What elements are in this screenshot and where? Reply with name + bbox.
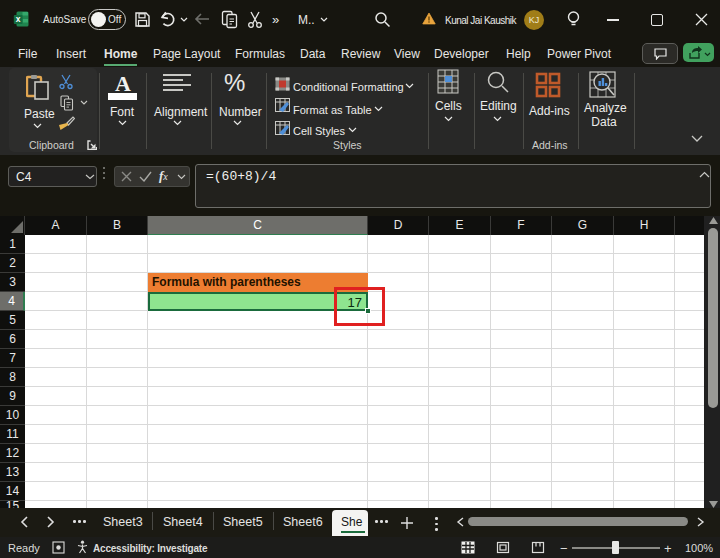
svg-text:x: x: [16, 14, 21, 24]
